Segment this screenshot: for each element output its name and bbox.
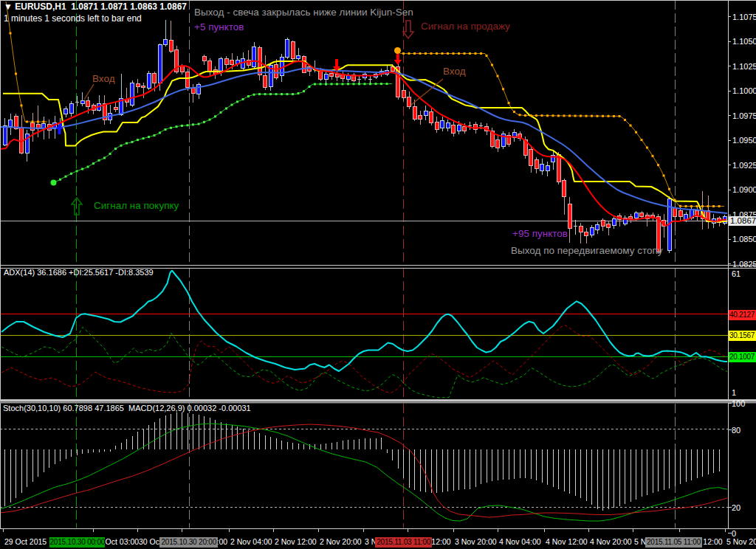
stoch-macd-indicator-label: Stoch(30,10,10) 60.7898 47.1865 MACD(12,…	[3, 404, 251, 412]
current-price-box: 1.0867	[729, 216, 756, 227]
annotation-exit2: Выход по передвигаемому стопу	[511, 246, 663, 256]
time-marker-box: 2015.11.03 11:00	[375, 537, 432, 548]
adx-axis-min: 1	[732, 389, 736, 397]
stoch-axis-label: 20	[732, 504, 740, 512]
mt4-chart-window: ▼ EURUSD,H1 1.0871 1.0871 1.0863 1.0867 …	[0, 0, 756, 549]
symbol-ohlc-header: ▼ EURUSD,H1 1.0871 1.0871 1.0863 1.0867	[4, 2, 187, 11]
adx-level-box: 30.1567	[729, 331, 756, 341]
bar-countdown: 1 minutes 1 seconds left to bar end	[4, 14, 142, 23]
price-label: 1.0975	[732, 112, 756, 120]
adx-indicator-label: ADX(14) 36.1686 +DI:25.5617 -DI:8.3539	[4, 269, 154, 277]
time-label: 2 Nov 20:00	[320, 538, 362, 546]
time-label: 5 Nov 20:00	[726, 538, 756, 546]
annotation-sell-signal: Сигнал на продажу	[421, 21, 510, 32]
adx-axis-max: 61	[732, 270, 740, 278]
annotation-exit1: Выход - свеча закрылась ниже линии Kijun…	[194, 7, 413, 18]
time-label: 3 Nov 20:00	[455, 538, 497, 546]
time-label: 4 Nov 20:00	[590, 538, 632, 546]
time-label: 2 Nov 12:00	[275, 538, 317, 546]
annotation-entry1: Вход	[92, 74, 115, 84]
price-label: 1.0825	[732, 260, 756, 269]
annotation-profit1: +5 пунктов	[194, 22, 244, 32]
adx-level-box: 40.2127	[729, 310, 756, 320]
time-label: 4 Nov 04:00	[499, 538, 541, 546]
price-label: 1.0950	[732, 137, 756, 145]
time-label: 4 Nov 12:00	[546, 538, 588, 546]
stoch-axis-label: 100	[732, 400, 745, 408]
price-label: 1.0900	[732, 186, 756, 194]
price-label: 1.1025	[732, 63, 756, 71]
price-label: 1.1000	[732, 87, 756, 95]
annotation-entry2: Вход	[443, 66, 466, 77]
price-label: 1.0850	[732, 235, 756, 244]
time-marker-box: 2015.10.30 20:00	[159, 537, 218, 548]
price-label: 1.0925	[732, 162, 756, 170]
time-label: 2 Nov 04:00	[230, 538, 272, 546]
annotation-profit2: +95 пунктов	[512, 229, 568, 239]
annotation-buy-signal: Сигнал на покупку	[94, 201, 179, 211]
stoch-axis-label: 80	[732, 427, 740, 435]
price-label: 1.1075	[732, 13, 756, 21]
price-label: 1.1050	[732, 38, 756, 46]
time-label: 29 Oct 2015	[4, 538, 47, 546]
time-marker-box: 2015.10.30 00:00	[49, 537, 105, 548]
time-marker-box: 2015.11.05 11:00	[645, 537, 702, 548]
adx-level-box: 20.1007	[729, 352, 756, 362]
